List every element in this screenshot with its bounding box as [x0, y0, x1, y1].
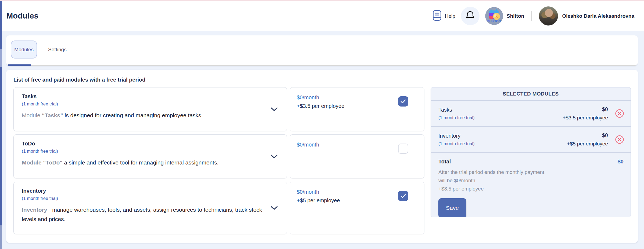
- trial-note-line: After the trial period ends the monthly …: [438, 168, 624, 176]
- module-card-todo: ToDo (1 month free trial) Module "ToDo" …: [13, 134, 287, 178]
- module-trial: (1 month free trial): [22, 101, 268, 107]
- remove-module-icon[interactable]: [615, 135, 624, 144]
- svg-text:SHIFTON: SHIFTON: [487, 20, 501, 23]
- trial-note-line: will be $0/month: [438, 176, 624, 185]
- selected-module-price: $0: [563, 106, 608, 112]
- help-label: Help: [445, 13, 455, 19]
- tab-settings[interactable]: Settings: [47, 41, 68, 58]
- selected-module-name: Inventory: [438, 133, 567, 139]
- chevron-down-icon[interactable]: [270, 107, 278, 112]
- module-checkbox-tasks[interactable]: [398, 96, 408, 107]
- module-checkbox-todo[interactable]: [398, 144, 408, 154]
- price-card-tasks: $0/month +$3.5 per employee: [290, 87, 424, 131]
- module-trial: (1 month free trial): [22, 196, 268, 201]
- module-name: Inventory: [22, 188, 268, 194]
- modules-content-card: List of free and paid modules with a fre…: [6, 70, 638, 243]
- selected-module-trial: (1 month free trial): [438, 115, 563, 120]
- selected-module-per-employee: +$3.5 per employee: [563, 115, 608, 121]
- remove-module-icon[interactable]: [615, 109, 624, 118]
- module-name: ToDo: [22, 141, 268, 147]
- modules-grid: Tasks (1 month free trial) Module “Tasks…: [13, 87, 632, 234]
- total-section: Total $0 After the trial period ends the…: [431, 153, 631, 217]
- header-divider: [531, 11, 532, 21]
- header: Modules Help: [2, 1, 644, 31]
- help-button[interactable]: Help: [432, 10, 455, 22]
- shifton-logo: SHIFTON: [485, 7, 503, 25]
- desc-highlight: Inventory: [22, 207, 47, 213]
- selected-modules-title: SELECTED MODULES: [431, 87, 631, 101]
- module-name: Tasks: [22, 93, 268, 100]
- active-tab-indicator: [8, 64, 31, 66]
- selected-row-tasks: Tasks (1 month free trial) $0 +$3.5 per …: [431, 101, 631, 127]
- desc-prefix: Module: [22, 112, 42, 118]
- price-card-todo: $0/month: [290, 134, 424, 178]
- desc-rest: is designed for creating and managing em…: [63, 112, 201, 118]
- desc-highlight: “Tasks”: [42, 112, 63, 118]
- chevron-down-icon[interactable]: [270, 206, 278, 210]
- page-title: Modules: [6, 12, 38, 20]
- bell-icon: [466, 10, 475, 22]
- left-scroll-rail[interactable]: [0, 1, 2, 249]
- module-description: Inventory - manage warehouses, tools, an…: [22, 205, 268, 224]
- brand-name: Shifton: [507, 13, 524, 19]
- module-card-inventory: Inventory (1 month free trial) Inventory…: [13, 182, 287, 234]
- tab-modules[interactable]: Modules: [11, 41, 37, 58]
- rail-thumb[interactable]: [0, 49, 2, 67]
- selected-module-price: $0: [567, 132, 608, 138]
- trial-note-line: +$8.5 per employee: [438, 185, 624, 193]
- selected-module-per-employee: +$5 per employee: [567, 141, 608, 147]
- rail-thumb[interactable]: [0, 225, 2, 249]
- list-heading: List of free and paid modules with a fre…: [13, 77, 632, 83]
- selected-module-name: Tasks: [438, 107, 563, 113]
- module-trial: (1 month free trial): [22, 149, 268, 154]
- desc-highlight: Module "ToDo": [22, 159, 62, 166]
- user-menu[interactable]: Oleshko Daria Aleksandrovna: [539, 6, 634, 25]
- chevron-down-icon[interactable]: [270, 154, 278, 159]
- trial-note: After the trial period ends the monthly …: [438, 168, 624, 193]
- notifications-button[interactable]: [461, 7, 480, 25]
- selected-module-trial: (1 month free trial): [438, 141, 567, 146]
- user-avatar: [539, 6, 558, 25]
- module-description: Module “Tasks” is designed for creating …: [22, 111, 268, 120]
- desc-rest: a simple and effective tool for managing…: [62, 159, 219, 166]
- top-accent-line: [0, 0, 644, 1]
- desc-rest: - manage warehouses, tools, and assets, …: [22, 207, 262, 222]
- save-button[interactable]: Save: [438, 198, 466, 217]
- selected-row-inventory: Inventory (1 month free trial) $0 +$5 pe…: [431, 127, 631, 153]
- selected-modules-panel: SELECTED MODULES Tasks (1 month free tri…: [431, 87, 631, 217]
- total-value: $0: [618, 159, 624, 165]
- price-card-inventory: $0/month +$5 per employee: [290, 182, 424, 234]
- company-menu[interactable]: SHIFTON Shifton: [485, 7, 524, 25]
- tabs-bar: Modules Settings: [6, 35, 638, 66]
- total-label: Total: [438, 159, 451, 165]
- module-card-tasks: Tasks (1 month free trial) Module “Tasks…: [13, 87, 287, 131]
- module-checkbox-inventory[interactable]: [398, 191, 408, 201]
- help-icon: [432, 10, 442, 22]
- header-right: Help: [432, 6, 634, 25]
- user-name: Oleshko Daria Aleksandrovna: [562, 13, 634, 19]
- module-description: Module "ToDo" a simple and effective too…: [22, 158, 268, 167]
